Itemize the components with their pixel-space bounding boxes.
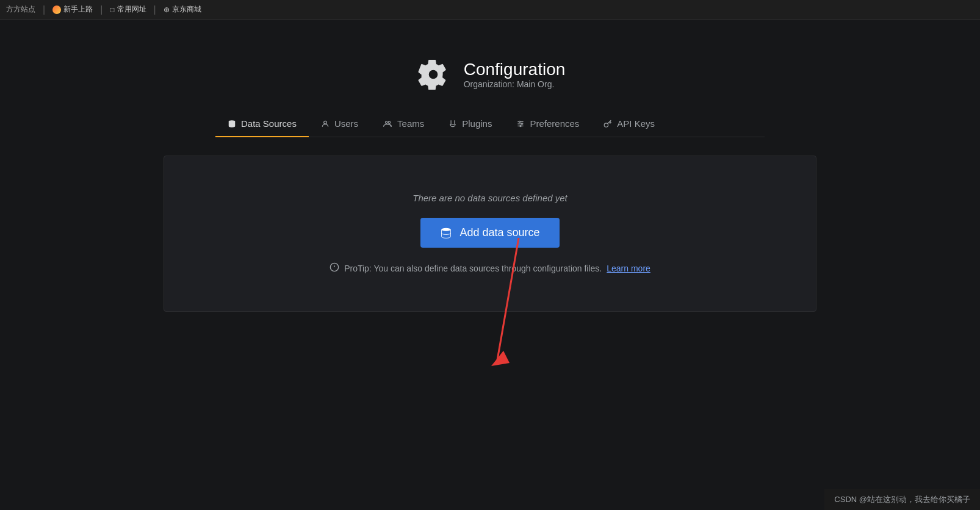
protip-section: ProTip: You can also define data sources… [330,262,650,275]
svg-point-1 [324,121,327,124]
svg-marker-19 [491,351,510,366]
browser-item-1[interactable]: 新手上路 [52,4,93,15]
plug-icon [449,120,457,128]
browser-item-3[interactable]: ⊕ 京东商城 [164,4,201,15]
tab-data-sources[interactable]: Data Sources [215,111,309,137]
nav-tabs: Data Sources Users Teams [215,111,765,137]
browser-item-3-label: 京东商城 [172,4,201,15]
add-data-source-button[interactable]: Add data source [420,218,559,248]
browser-item-1-label: 新手上路 [63,4,93,15]
tab-data-sources-label: Data Sources [241,118,297,129]
tab-preferences[interactable]: Preferences [504,111,591,137]
browser-toolbar: 方方站点 | 新手上路 | □ 常用网址 | ⊕ 京东商城 [0,0,980,20]
svg-point-2 [386,121,388,123]
tab-teams-label: Teams [397,118,424,129]
gear-icon [415,56,452,93]
svg-point-11 [522,123,523,124]
tab-api-keys[interactable]: API Keys [591,111,667,137]
header-text: Configuration Organization: Main Org. [464,60,566,89]
browser-item-2[interactable]: □ 常用网址 [110,4,146,15]
add-datasource-db-icon [440,227,452,239]
tab-preferences-label: Preferences [530,118,579,129]
user-icon [321,120,330,128]
tab-plugins-label: Plugins [462,118,492,129]
tab-api-keys-label: API Keys [617,118,655,129]
protip-text: ProTip: You can also define data sources… [344,264,602,273]
tab-users[interactable]: Users [309,111,370,137]
content-panel: There are no data sources defined yet Ad… [164,156,816,312]
database-icon [228,120,236,128]
main-container: Configuration Organization: Main Org. Da… [0,20,980,312]
tab-users-label: Users [334,118,358,129]
page-title: Configuration [464,60,566,79]
sliders-icon [516,120,525,128]
empty-message: There are no data sources defined yet [413,193,567,203]
svg-point-13 [604,123,608,126]
key-icon [603,120,612,128]
add-datasource-label: Add data source [459,226,539,239]
favicon-icon [52,5,61,14]
svg-point-14 [442,228,451,231]
teams-icon [383,120,392,128]
tab-plugins[interactable]: Plugins [436,111,504,137]
bottom-bar: CSDN @站在这别动，我去给你买橘子 [824,489,980,510]
page-header: Configuration Organization: Main Org. [415,56,566,93]
bottom-bar-text: CSDN @站在这别动，我去给你买橘子 [834,495,970,504]
browser-item-2-label: 常用网址 [117,4,146,15]
svg-point-3 [388,121,391,123]
learn-more-link[interactable]: Learn more [607,264,650,273]
svg-point-10 [519,121,521,122]
svg-point-12 [520,125,521,126]
home-text: 方方站点 [6,4,35,15]
tab-teams[interactable]: Teams [370,111,436,137]
browser-home: 方方站点 [6,4,35,15]
protip-icon [330,262,339,275]
page-subtitle: Organization: Main Org. [464,79,566,89]
